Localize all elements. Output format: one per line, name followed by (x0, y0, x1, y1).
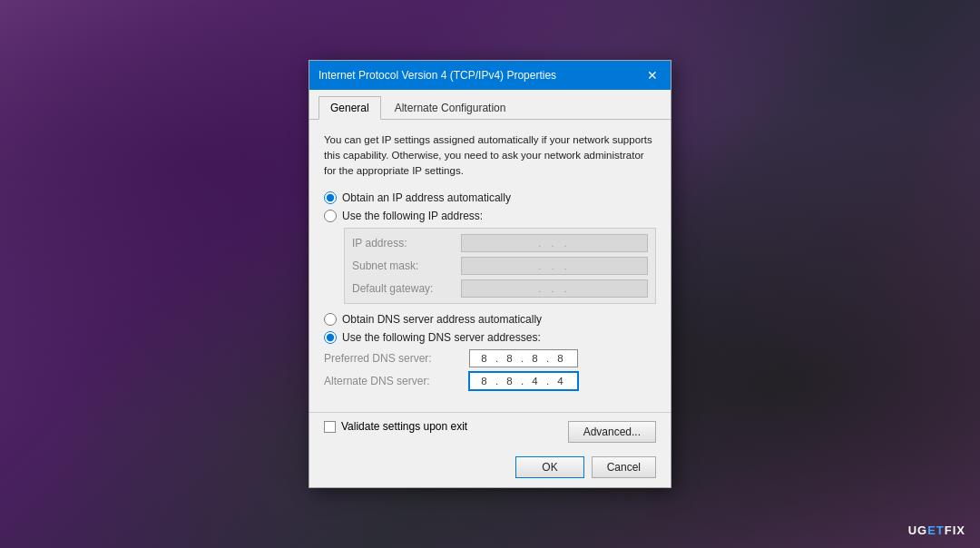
manual-dns-label: Use the following DNS server addresses: (342, 331, 541, 344)
tab-general[interactable]: General (318, 96, 381, 120)
manual-ip-radio[interactable] (324, 210, 337, 222)
preferred-dns-label: Preferred DNS server: (324, 352, 469, 365)
ip-address-label: IP address: (352, 237, 461, 250)
watermark: UGETFIX (908, 524, 965, 537)
close-button[interactable]: ✕ (643, 66, 662, 84)
default-gateway-input[interactable]: . . . (461, 279, 648, 298)
ip-address-row: IP address: . . . (352, 234, 648, 252)
alternate-dns-row: Alternate DNS server: 8 . 8 . 4 . 4 (324, 372, 656, 390)
watermark-et: ET (927, 524, 945, 537)
bottom-section: Validate settings upon exit Advanced... … (309, 412, 671, 487)
alternate-dns-label: Alternate DNS server: (324, 375, 469, 387)
advanced-button[interactable]: Advanced... (568, 421, 656, 443)
tab-bar: General Alternate Configuration (309, 90, 671, 120)
auto-ip-label: Obtain an IP address automatically (342, 191, 511, 204)
watermark-ug: UG (908, 524, 928, 537)
manual-dns-option[interactable]: Use the following DNS server addresses: (324, 331, 656, 344)
subnet-mask-label: Subnet mask: (352, 259, 461, 272)
auto-dns-option[interactable]: Obtain DNS server address automatically (324, 313, 656, 326)
auto-dns-radio[interactable] (324, 313, 337, 326)
dns-section: Obtain DNS server address automatically … (324, 313, 656, 390)
cancel-button[interactable]: Cancel (592, 456, 656, 478)
preferred-dns-input[interactable]: 8 . 8 . 8 . 8 (469, 349, 578, 367)
dialog-window: Internet Protocol Version 4 (TCP/IPv4) P… (309, 60, 671, 489)
subnet-mask-row: Subnet mask: . . . (352, 257, 648, 275)
default-gateway-row: Default gateway: . . . (352, 279, 648, 298)
auto-dns-label: Obtain DNS server address automatically (342, 313, 542, 326)
default-gateway-label: Default gateway: (352, 282, 461, 295)
manual-ip-option[interactable]: Use the following IP address: (324, 210, 656, 222)
ip-fields-box: IP address: . . . Subnet mask: . . . Def… (344, 228, 656, 304)
ip-address-input[interactable]: . . . (461, 234, 648, 252)
validate-row: Validate settings upon exit (324, 420, 467, 433)
validate-label: Validate settings upon exit (341, 420, 467, 433)
auto-ip-radio[interactable] (324, 191, 337, 204)
tab-alternate-configuration[interactable]: Alternate Configuration (383, 96, 518, 120)
dialog-title: Internet Protocol Version 4 (TCP/IPv4) P… (318, 69, 556, 82)
ip-address-section: Obtain an IP address automatically Use t… (324, 191, 656, 304)
validate-checkbox[interactable] (324, 421, 336, 433)
subnet-mask-input[interactable]: . . . (461, 257, 648, 275)
manual-ip-label: Use the following IP address: (342, 210, 483, 222)
manual-dns-radio[interactable] (324, 331, 337, 344)
title-bar: Internet Protocol Version 4 (TCP/IPv4) P… (309, 61, 671, 90)
ok-button[interactable]: OK (515, 456, 583, 478)
preferred-dns-row: Preferred DNS server: 8 . 8 . 8 . 8 (324, 349, 656, 367)
intro-text: You can get IP settings assigned automat… (324, 132, 656, 180)
dialog-body: You can get IP settings assigned automat… (309, 120, 671, 413)
auto-ip-option[interactable]: Obtain an IP address automatically (324, 191, 656, 204)
alternate-dns-input[interactable]: 8 . 8 . 4 . 4 (469, 372, 578, 390)
watermark-fix: FIX (945, 524, 965, 537)
